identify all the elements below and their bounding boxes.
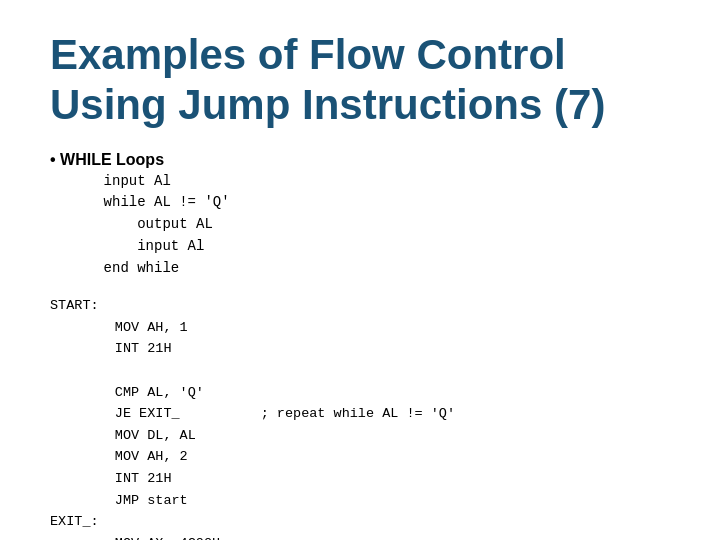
slide-title: Examples of Flow Control Using Jump Inst… <box>50 30 670 131</box>
bullet-while-loops: WHILE Loops <box>50 151 670 169</box>
pseudocode-block: input Al while AL != 'Q' output AL input… <box>70 171 670 279</box>
slide-content: WHILE Loops input Al while AL != 'Q' out… <box>50 151 670 540</box>
slide: Examples of Flow Control Using Jump Inst… <box>0 0 720 540</box>
assembly-code-block: START: MOV AH, 1 INT 21H CMP AL, 'Q' JE … <box>50 295 670 540</box>
